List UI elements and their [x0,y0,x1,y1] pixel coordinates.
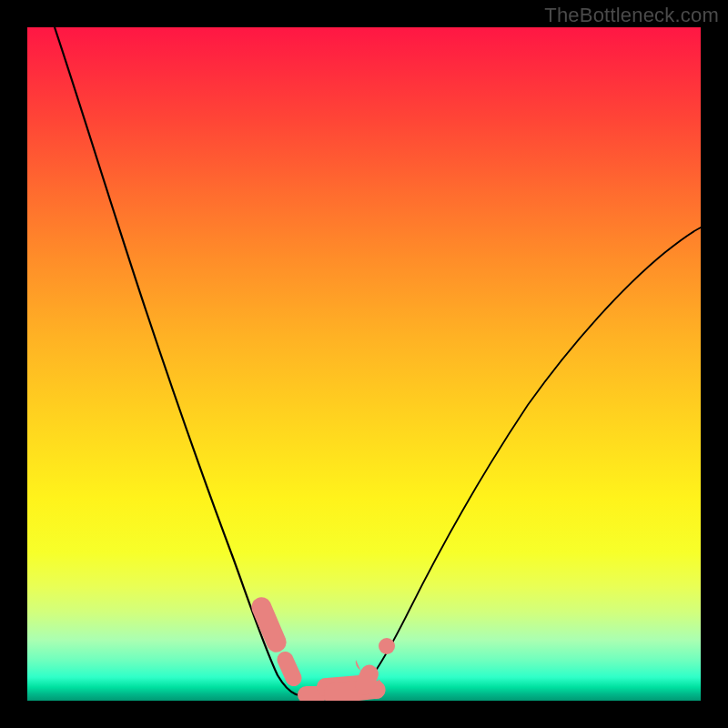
plot-area [27,27,701,701]
chart-frame: TheBottleneck.com [0,0,728,728]
marker-pink-dot-right [379,638,395,654]
curve-left-branch [55,27,296,694]
marker-group [251,597,395,701]
curve-right-branch [357,228,701,694]
chart-svg [27,27,701,701]
watermark-text: TheBottleneck.com [544,4,719,27]
